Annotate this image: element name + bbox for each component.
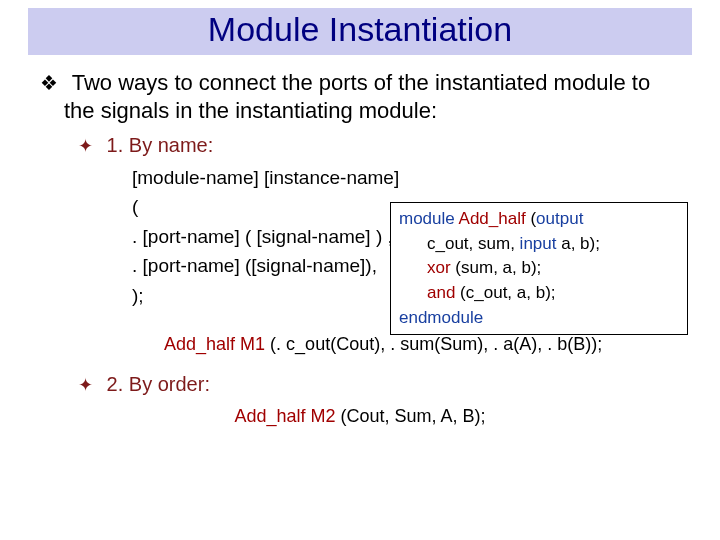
module-name: Add_half — [459, 209, 526, 228]
ex1-mod: Add_half — [164, 334, 235, 354]
input-ports: a, b); — [561, 234, 600, 253]
intro-bullet: Two ways to connect the ports of the ins… — [36, 69, 684, 124]
and-args: (c_out, a, b); — [460, 283, 555, 302]
intro-text: Two ways to connect the ports of the ins… — [64, 70, 650, 123]
kw-input: input — [520, 234, 557, 253]
xor-gate: xor — [427, 258, 451, 277]
title-bar: Module Instantiation — [28, 8, 692, 55]
code-example-box: module Add_half (output c_out, sum, inpu… — [390, 202, 688, 335]
code-line-1: module Add_half (output — [399, 207, 681, 232]
slide: Module Instantiation Two ways to connect… — [0, 8, 720, 540]
kw-endmodule: endmodule — [399, 308, 483, 327]
ex1-inst: M1 — [240, 334, 265, 354]
ex2-rest: (Cout, Sum, A, B); — [341, 406, 486, 426]
ex2-mod: Add_half — [234, 406, 305, 426]
xor-args: (sum, a, b); — [455, 258, 541, 277]
section-1-heading-text: 1. By name: — [107, 134, 214, 156]
section-2-heading: 2. By order: — [78, 373, 684, 396]
output-ports: c_out, sum, — [427, 234, 515, 253]
kw-module: module — [399, 209, 455, 228]
syntax-line-1: [module-name] [instance-name] — [132, 163, 684, 192]
code-line-4: and (c_out, a, b); — [427, 281, 681, 306]
section-1-heading: 1. By name: — [78, 134, 684, 157]
section-2-heading-text: 2. By order: — [107, 373, 210, 395]
code-line-5: endmodule — [399, 306, 681, 331]
code-line-3: xor (sum, a, b); — [427, 256, 681, 281]
example-by-name: Add_half M1 (. c_out(Cout), . sum(Sum), … — [164, 334, 684, 355]
and-gate: and — [427, 283, 455, 302]
kw-output: output — [536, 209, 583, 228]
code-line-2: c_out, sum, input a, b); — [427, 232, 681, 257]
example-by-order: Add_half M2 (Cout, Sum, A, B); — [36, 406, 684, 427]
ex1-rest: (. c_out(Cout), . sum(Sum), . a(A), . b(… — [270, 334, 602, 354]
slide-body: Two ways to connect the ports of the ins… — [0, 69, 720, 427]
slide-title: Module Instantiation — [28, 10, 692, 49]
ex2-inst: M2 — [311, 406, 336, 426]
